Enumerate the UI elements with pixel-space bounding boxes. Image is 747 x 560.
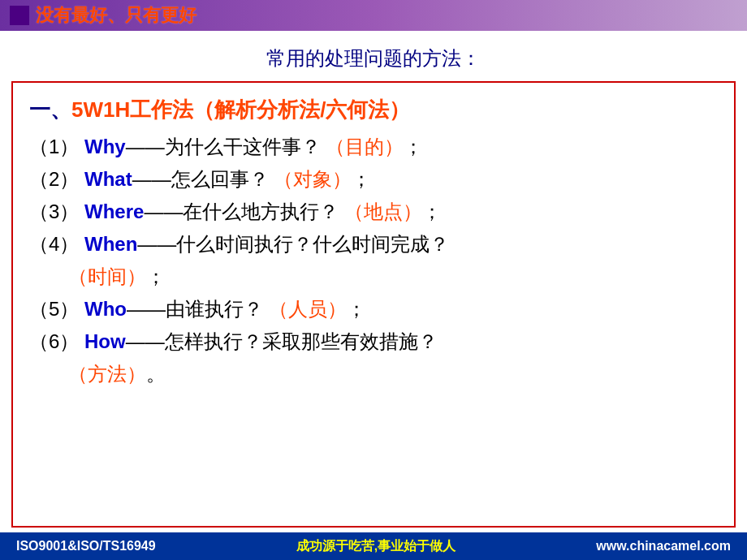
item-paren-2: （对象） bbox=[274, 168, 352, 190]
list-item: （1） Why——为什么干这件事？ （目的）； bbox=[29, 132, 718, 162]
item-paren-6: （方法） bbox=[68, 363, 146, 385]
item-num-3: （3） bbox=[29, 200, 79, 222]
item-paren-4: （时间） bbox=[68, 265, 146, 287]
item-text-3: ——在什么地方执行？ bbox=[144, 200, 339, 222]
item-paren-3: （地点） bbox=[344, 200, 422, 222]
item-num-5: （5） bbox=[29, 298, 79, 320]
item-keyword-1: Why bbox=[84, 136, 126, 157]
item-text-2: ——怎么回事？ bbox=[132, 168, 269, 190]
item-end-1: ； bbox=[404, 136, 423, 157]
item-text-5: ——由谁执行？ bbox=[127, 298, 263, 320]
item-num-4: （4） bbox=[29, 233, 79, 255]
header-title: 没有最好、只有更好 bbox=[36, 3, 196, 28]
section-heading: 一、5W1H工作法（解析分析法/六何法） bbox=[29, 96, 718, 124]
item-paren-1: （目的） bbox=[326, 136, 404, 157]
footer-left: ISO9001&ISO/TS16949 bbox=[16, 539, 156, 554]
item-keyword-4: When bbox=[84, 233, 137, 255]
item-end-5: ； bbox=[347, 298, 366, 320]
item-text-1: ——为什么干这件事？ bbox=[126, 136, 321, 157]
item-paren-5: （人员） bbox=[269, 298, 347, 320]
list-item: （2） What——怎么回事？ （对象）； bbox=[29, 165, 718, 194]
item-num-6: （6） bbox=[29, 330, 79, 352]
section-keyword: 5W1H bbox=[71, 97, 130, 122]
item-keyword-6: How bbox=[84, 330, 126, 352]
content-box: 一、5W1H工作法（解析分析法/六何法） （1） Why——为什么干这件事？ （… bbox=[11, 81, 736, 528]
item-text-6: ——怎样执行？采取那些有效措施？ bbox=[126, 330, 438, 352]
section-prefix: 一、 bbox=[29, 97, 71, 122]
footer-bar: ISO9001&ISO/TS16949 成功源于吃苦,事业始于做人 www.ch… bbox=[0, 532, 747, 560]
item-keyword-5: Who bbox=[84, 298, 127, 320]
footer-center: 成功源于吃苦,事业始于做人 bbox=[296, 538, 456, 555]
item-end-3: ； bbox=[422, 200, 442, 222]
subtitle-text: 常用的处理问题的方法： bbox=[266, 47, 481, 69]
list-item-wrapped-4: （时间）； bbox=[29, 262, 718, 291]
list-item: （4） When——什么时间执行？什么时间完成？ bbox=[29, 230, 718, 259]
item-num-2: （2） bbox=[29, 168, 79, 190]
item-end-4: ； bbox=[146, 265, 166, 287]
footer-right: www.chinacamel.com bbox=[596, 539, 731, 554]
header-icon bbox=[10, 6, 29, 25]
item-end-6: 。 bbox=[146, 363, 166, 385]
list-item: （6） How——怎样执行？采取那些有效措施？ bbox=[29, 327, 718, 356]
header-bar: 没有最好、只有更好 bbox=[0, 0, 747, 31]
item-text-4: ——什么时间执行？什么时间完成？ bbox=[137, 233, 449, 255]
list-item: （5） Who——由谁执行？ （人员）； bbox=[29, 295, 718, 324]
item-keyword-2: What bbox=[84, 168, 132, 190]
item-num-1: （1） bbox=[29, 136, 79, 157]
item-end-2: ； bbox=[352, 168, 371, 190]
subtitle-area: 常用的处理问题的方法： bbox=[0, 31, 747, 81]
list-item-wrapped-6: （方法）。 bbox=[29, 360, 718, 389]
item-keyword-3: Where bbox=[84, 200, 144, 222]
list-item: （3） Where——在什么地方执行？ （地点）； bbox=[29, 197, 718, 226]
section-suffix: 工作法（解析分析法/六何法） bbox=[130, 97, 410, 122]
